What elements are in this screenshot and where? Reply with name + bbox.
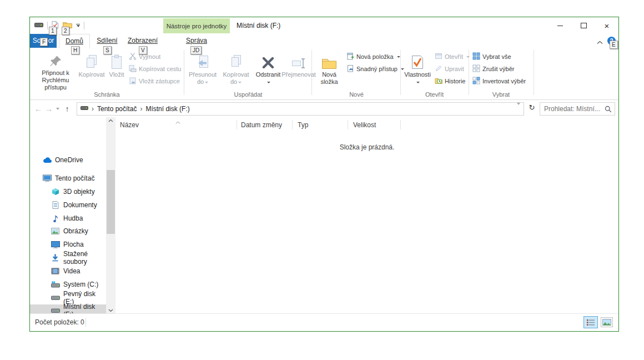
- copy-icon: [84, 50, 99, 70]
- history-button[interactable]: Historie: [435, 76, 465, 87]
- view-buttons: [583, 316, 613, 328]
- column-headers: Název Datum změny Typ Velikost: [115, 117, 618, 132]
- contextual-tab-header[interactable]: Nástroje pro jednotky: [163, 18, 230, 33]
- sidebar-item-documents[interactable]: Dokumenty: [30, 199, 106, 211]
- new-item-button[interactable]: Nová položka: [346, 51, 400, 62]
- column-header-type[interactable]: Typ: [298, 117, 308, 132]
- new-folder-button[interactable]: Nová složka: [315, 49, 344, 91]
- 3d-objects-icon: [51, 187, 60, 196]
- sidebar-item-pictures[interactable]: Obrázky: [30, 225, 106, 237]
- sidebar-scrollbar[interactable]: [106, 117, 115, 314]
- properties-check-icon: [410, 50, 425, 70]
- scroll-down-icon[interactable]: [108, 309, 113, 312]
- column-header-size[interactable]: Velikost: [353, 117, 376, 132]
- search-icon[interactable]: [605, 106, 612, 113]
- qat-customize-dropdown-icon[interactable]: [76, 24, 80, 27]
- select-none-button[interactable]: Zrušit výběr: [472, 63, 514, 74]
- address-dropdown-icon[interactable]: [517, 105, 520, 113]
- rename-icon: [291, 50, 306, 70]
- copy-path-icon: [129, 64, 137, 73]
- music-icon: [51, 214, 60, 223]
- maximize-button[interactable]: [572, 17, 595, 34]
- sidebar-item-this-pc[interactable]: Tento počítač: [30, 172, 106, 184]
- collapse-ribbon-icon[interactable]: [597, 38, 603, 46]
- sidebar-item-downloads[interactable]: Stažené soubory: [30, 252, 106, 264]
- sidebar-item-desktop[interactable]: Plocha: [30, 238, 106, 251]
- history-icon: [435, 77, 442, 86]
- sidebar-item-music[interactable]: Hudba: [30, 212, 106, 224]
- recent-locations-icon[interactable]: [54, 102, 61, 116]
- pin-to-quick-access-button[interactable]: Připnout k Rychlému přístupu: [32, 49, 79, 91]
- select-none-icon: [472, 64, 480, 73]
- back-icon[interactable]: ←: [33, 102, 43, 116]
- forward-icon[interactable]: →: [44, 102, 54, 116]
- downloads-icon: [51, 253, 60, 262]
- rename-button[interactable]: Přejmenovat: [283, 49, 315, 91]
- address-bar: ← → ↑ › Tento počítač › Místní disk (F:)…: [30, 102, 618, 118]
- status-bar: Počet položek: 0: [30, 313, 618, 331]
- ribbon: Připnout k Rychlému přístupu Kopírovat V…: [30, 48, 618, 100]
- breadcrumb-this-pc[interactable]: Tento počítač: [97, 105, 137, 113]
- close-icon: ×: [605, 22, 610, 30]
- sidebar-item-videos[interactable]: Videa: [30, 265, 106, 277]
- keytip-qat-2: 2: [62, 27, 69, 35]
- delete-button[interactable]: Odstranit: [254, 49, 283, 91]
- paste-button[interactable]: Vložit: [105, 49, 128, 91]
- sidebar-item-onedrive[interactable]: OneDrive: [30, 154, 106, 166]
- refresh-icon[interactable]: ↻: [526, 103, 537, 112]
- qat-separator: [47, 22, 48, 29]
- scrollbar-thumb[interactable]: [107, 170, 115, 234]
- copy-path-button[interactable]: Kopírovat cestu: [129, 63, 181, 74]
- copy-to-button[interactable]: Kopírovat do: [219, 49, 253, 91]
- copy-button[interactable]: Kopírovat: [79, 49, 104, 91]
- column-separator[interactable]: [348, 120, 348, 129]
- keytip-manage: JD: [190, 46, 202, 54]
- easy-access-button[interactable]: Snadný přístup: [346, 63, 404, 74]
- pin-icon: [49, 50, 62, 68]
- sidebar-item-3d-objects[interactable]: 3D objekty: [30, 186, 106, 198]
- window-drive-icon[interactable]: [34, 21, 43, 30]
- up-icon[interactable]: ↑: [62, 102, 72, 116]
- sidebar-item-system-c[interactable]: System (C:): [30, 278, 106, 291]
- group-label-select: Vybrat: [469, 91, 534, 98]
- group-label-new: Nové: [313, 91, 400, 98]
- sidebar-item-drive-f[interactable]: Místní disk (F:): [30, 304, 106, 314]
- search-input[interactable]: [540, 105, 605, 113]
- onedrive-icon: [42, 156, 52, 164]
- thumbnail-view-button[interactable]: [601, 317, 613, 327]
- invert-selection-button[interactable]: Invertovat výběr: [472, 76, 526, 87]
- column-header-date[interactable]: Datum změny: [241, 117, 282, 132]
- breadcrumb-current[interactable]: Místní disk (F:): [145, 105, 189, 113]
- properties-button[interactable]: Vlastnosti: [402, 49, 432, 91]
- column-separator[interactable]: [400, 120, 401, 129]
- titlebar: Nástroje pro jednotky Místní disk (F:) ×: [30, 17, 618, 34]
- group-label-open: Otevřít: [400, 91, 469, 98]
- sort-ascending-icon: [175, 118, 180, 126]
- move-to-button[interactable]: Přesunout do: [186, 49, 219, 91]
- column-separator[interactable]: [292, 120, 293, 129]
- dropdown-caret: [397, 56, 400, 58]
- keytip-share: S: [103, 46, 112, 54]
- dropdown-caret: [466, 56, 470, 58]
- pictures-icon: [51, 227, 60, 236]
- location-drive-icon: [80, 105, 88, 113]
- keytip-qat-1: 1: [49, 27, 57, 35]
- edit-button[interactable]: Upravit: [435, 63, 464, 74]
- this-pc-icon: [42, 174, 52, 183]
- select-all-button[interactable]: Vybrat vše: [472, 51, 511, 62]
- minimize-button[interactable]: [549, 17, 572, 34]
- close-button[interactable]: ×: [595, 17, 618, 34]
- column-separator[interactable]: [237, 120, 237, 129]
- address-input[interactable]: › Tento počítač › Místní disk (F:): [77, 102, 524, 116]
- scroll-up-icon[interactable]: [108, 119, 113, 122]
- open-button[interactable]: Otevřít: [435, 51, 470, 62]
- window-title: Místní disk (F:): [237, 17, 280, 34]
- sidebar-item-drive-e[interactable]: Pevný disk (E:): [30, 292, 106, 304]
- column-header-name[interactable]: Název: [120, 117, 139, 132]
- drive-icon: [51, 306, 60, 314]
- edit-icon: [435, 64, 442, 73]
- quick-access-toolbar: [34, 17, 84, 34]
- select-all-icon: [472, 52, 480, 61]
- paste-shortcut-button[interactable]: Vložit zástupce: [129, 76, 180, 87]
- details-view-button[interactable]: [583, 316, 598, 328]
